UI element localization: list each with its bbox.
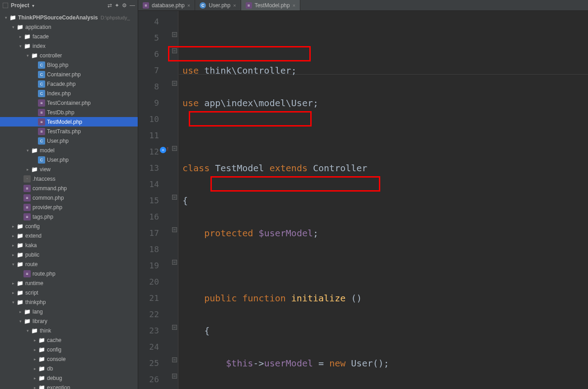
tree-item[interactable]: ≡provider.php [0, 202, 138, 212]
line-number: 7 [138, 62, 172, 79]
tree-item[interactable]: ▾controller [0, 51, 138, 60]
tree-item[interactable]: ▸lang [0, 307, 138, 316]
tree-item[interactable]: ▸debug [0, 373, 138, 383]
tree-twistie-icon[interactable]: ▸ [10, 281, 16, 286]
tree-item[interactable]: ·.htaccess [0, 174, 138, 183]
tree-item[interactable]: ▾library [0, 316, 138, 326]
tree-item[interactable]: ▾index [0, 41, 138, 51]
tree-item[interactable]: ▸config [0, 345, 138, 354]
tree-item[interactable]: CUser.php [0, 155, 138, 164]
tree-twistie-icon[interactable]: ▾ [17, 44, 23, 48]
tree-twistie-icon[interactable]: ▾ [3, 15, 9, 20]
tree-item[interactable]: CContainer.php [0, 70, 138, 79]
close-icon[interactable]: × [233, 3, 236, 8]
gear-icon[interactable]: ⚙ [122, 2, 127, 9]
tree-item[interactable]: ▸console [0, 354, 138, 364]
tree-item[interactable]: ▸public [0, 250, 138, 259]
tree-item[interactable]: ▾thinkphp [0, 297, 138, 307]
collapse-icon[interactable]: ✦ [115, 2, 119, 9]
tree-twistie-icon[interactable]: ▾ [10, 262, 16, 267]
override-icon[interactable]: o [160, 147, 166, 153]
tree-item[interactable]: ▸cache [0, 335, 138, 345]
tree-twistie-icon[interactable]: ▸ [32, 376, 38, 380]
line-number: 8 [138, 79, 172, 95]
close-icon[interactable]: × [187, 3, 190, 8]
tree-twistie-icon[interactable]: ▸ [32, 385, 38, 389]
tree-item[interactable]: ≡tags.php [0, 212, 138, 221]
code-editor[interactable]: 4567891011121314151617181920212223242526… [138, 11, 588, 389]
tree-twistie-icon[interactable]: ▾ [24, 53, 31, 58]
close-icon[interactable]: × [293, 3, 295, 8]
project-panel-title[interactable]: Project [11, 2, 29, 9]
tree-item-label: facade [33, 33, 49, 40]
editor-tab[interactable]: CUser.php× [195, 0, 241, 10]
tree-item-label: controller [40, 52, 62, 59]
tree-item[interactable]: ▸runtime [0, 278, 138, 288]
tree-item[interactable]: ▾ThinkPHPSourceCodeAnalysisD:\phpstudy_ [0, 13, 138, 22]
tree-item[interactable]: ▸view [0, 164, 138, 174]
tree-twistie-icon[interactable]: ▾ [24, 148, 31, 153]
tree-twistie-icon[interactable]: ▾ [24, 328, 31, 333]
tree-item[interactable]: ▸db [0, 364, 138, 373]
tree-item[interactable]: ▾think [0, 326, 138, 335]
editor-tab[interactable]: ≡database.php× [138, 0, 195, 10]
tree-item[interactable]: ≡TestTraits.php [0, 127, 138, 136]
tree-twistie-icon[interactable]: ▸ [32, 347, 38, 352]
tree-item[interactable]: CIndex.php [0, 89, 138, 98]
tree-item-label: view [40, 166, 51, 173]
tree-twistie-icon[interactable]: ▸ [32, 366, 38, 371]
tree-item[interactable]: CUser.php [0, 136, 138, 145]
tree-item[interactable]: ▾model [0, 145, 138, 155]
project-tree[interactable]: ▾ThinkPHPSourceCodeAnalysisD:\phpstudy_▾… [0, 11, 138, 389]
tree-twistie-icon[interactable]: ▸ [10, 243, 16, 248]
tree-item[interactable]: ▸exception [0, 383, 138, 389]
editor-tab[interactable]: ≡TestModel.php× [241, 0, 300, 10]
tree-twistie-icon[interactable]: ▸ [10, 224, 16, 229]
tree-item[interactable]: ▸facade [0, 32, 138, 41]
tree-twistie-icon[interactable]: ▸ [10, 234, 16, 238]
tree-item[interactable]: ▾application [0, 22, 138, 32]
tree-twistie-icon[interactable]: ▾ [10, 300, 16, 305]
tree-item[interactable]: ▸script [0, 288, 138, 297]
folder-icon [38, 346, 45, 353]
php-file-icon: ≡ [246, 2, 252, 9]
folder-icon [31, 147, 38, 154]
tree-twistie-icon[interactable]: ▸ [17, 309, 23, 314]
tree-twistie-icon[interactable]: ▾ [10, 25, 16, 29]
tree-item-label: debug [47, 375, 62, 381]
tree-item-label: Container.php [47, 71, 81, 78]
folder-icon [38, 365, 45, 372]
tree-item[interactable]: ▾route [0, 259, 138, 269]
tree-item[interactable]: CBlog.php [0, 60, 138, 70]
folder-icon [16, 23, 23, 31]
tree-twistie-icon[interactable]: ▾ [17, 319, 23, 323]
tree-item[interactable]: ≡TestModel.php [0, 117, 138, 127]
tree-item[interactable]: CFacade.php [0, 79, 138, 89]
project-dropdown-icon[interactable]: ▾ [32, 3, 34, 8]
tree-item[interactable]: ≡command.php [0, 183, 138, 193]
tree-item[interactable]: ≡route.php [0, 269, 138, 278]
tree-twistie-icon[interactable]: ▸ [32, 357, 38, 361]
tree-item[interactable]: ≡TestContainer.php [0, 98, 138, 108]
tree-item-label: common.php [33, 195, 64, 201]
folder-icon [38, 356, 45, 363]
tree-item[interactable]: ▸kaka [0, 240, 138, 250]
tree-twistie-icon[interactable]: ▸ [10, 253, 16, 257]
line-number: 9 [138, 95, 172, 111]
folder-icon [38, 384, 45, 389]
tree-item[interactable]: ▸extend [0, 231, 138, 240]
folder-icon [16, 223, 23, 230]
tree-twistie-icon[interactable]: ▸ [10, 291, 16, 295]
tree-twistie-icon[interactable]: ▸ [32, 338, 38, 342]
tree-item-label: Facade.php [47, 81, 75, 87]
tree-item[interactable]: ▸config [0, 221, 138, 231]
autoscroll-icon[interactable]: ⇄ [107, 2, 112, 9]
tree-twistie-icon[interactable]: ▸ [24, 167, 31, 172]
line-number: 22 [138, 306, 172, 323]
code-content[interactable]: use think\Controller; use app\index\mode… [172, 11, 588, 389]
tree-item-label: route.php [33, 271, 56, 277]
tree-item[interactable]: ≡TestDb.php [0, 108, 138, 117]
hide-icon[interactable]: — [130, 2, 135, 9]
tree-item[interactable]: ≡common.php [0, 193, 138, 202]
tree-twistie-icon[interactable]: ▸ [17, 34, 23, 39]
